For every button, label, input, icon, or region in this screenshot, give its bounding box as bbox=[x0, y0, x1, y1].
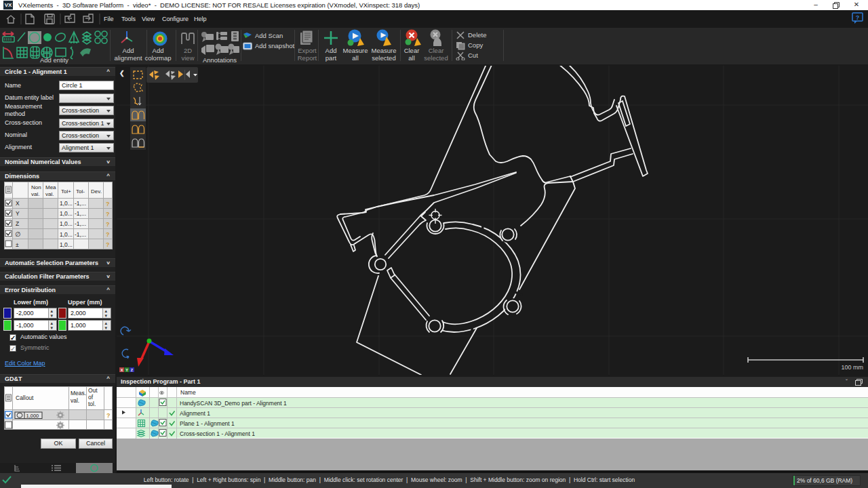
svg-text:-1,...: -1,... bbox=[75, 200, 86, 207]
svg-text:Non: Non bbox=[31, 184, 41, 190]
svg-text:?: ? bbox=[106, 412, 111, 419]
svg-text:Dev.: Dev. bbox=[91, 188, 102, 195]
svg-text:?: ? bbox=[106, 221, 110, 228]
svg-text:1,0...: 1,0... bbox=[60, 231, 73, 238]
svg-text:Z: Z bbox=[16, 220, 19, 227]
svg-text:Cross-section 1 - Alignment 1: Cross-section 1 - Alignment 1 bbox=[180, 430, 255, 437]
svg-text:tol.: tol. bbox=[88, 401, 96, 407]
svg-text:?: ? bbox=[106, 211, 110, 218]
svg-text:Meas.: Meas. bbox=[71, 390, 86, 396]
svg-text:±: ± bbox=[16, 241, 19, 248]
svg-text:Y: Y bbox=[125, 368, 128, 372]
svg-text:1,0...: 1,0... bbox=[60, 241, 73, 248]
svg-text:?: ? bbox=[106, 201, 110, 207]
svg-text:?: ? bbox=[856, 14, 860, 21]
svg-text:Name: Name bbox=[180, 389, 196, 396]
svg-text:HandySCAN 3D_Demo part - Align: HandySCAN 3D_Demo part - Alignment 1 bbox=[180, 400, 287, 407]
svg-text:of: of bbox=[88, 394, 94, 401]
svg-text:?: ? bbox=[106, 241, 110, 248]
svg-text:-1,...: -1,... bbox=[75, 231, 86, 238]
svg-text:Mea: Mea bbox=[45, 184, 56, 190]
svg-text:-1,...: -1,... bbox=[75, 210, 86, 217]
svg-text:X: X bbox=[16, 200, 20, 207]
svg-text:val.: val. bbox=[71, 397, 79, 404]
svg-text:1,000: 1,000 bbox=[26, 413, 39, 419]
svg-text:Y: Y bbox=[16, 210, 20, 217]
svg-text:X: X bbox=[121, 368, 123, 372]
svg-text:val.: val. bbox=[31, 191, 39, 197]
svg-text:Callout: Callout bbox=[16, 394, 34, 401]
svg-text:?: ? bbox=[106, 231, 110, 238]
svg-text:Out: Out bbox=[88, 387, 98, 394]
svg-text:-1,...: -1,... bbox=[75, 220, 86, 227]
svg-text:Tol+: Tol+ bbox=[61, 188, 71, 195]
svg-text:Plane 1 - Alignment 1: Plane 1 - Alignment 1 bbox=[180, 420, 235, 427]
svg-text:1,0...: 1,0... bbox=[60, 220, 73, 227]
svg-text:∅: ∅ bbox=[15, 230, 20, 238]
svg-text:1,0...: 1,0... bbox=[60, 200, 73, 207]
svg-text:Alignment 1: Alignment 1 bbox=[180, 410, 210, 417]
svg-text:Tol-: Tol- bbox=[76, 188, 85, 195]
svg-text:1,0...: 1,0... bbox=[60, 210, 73, 217]
svg-text:val.: val. bbox=[45, 191, 54, 197]
svg-text:100 mm: 100 mm bbox=[841, 364, 863, 371]
